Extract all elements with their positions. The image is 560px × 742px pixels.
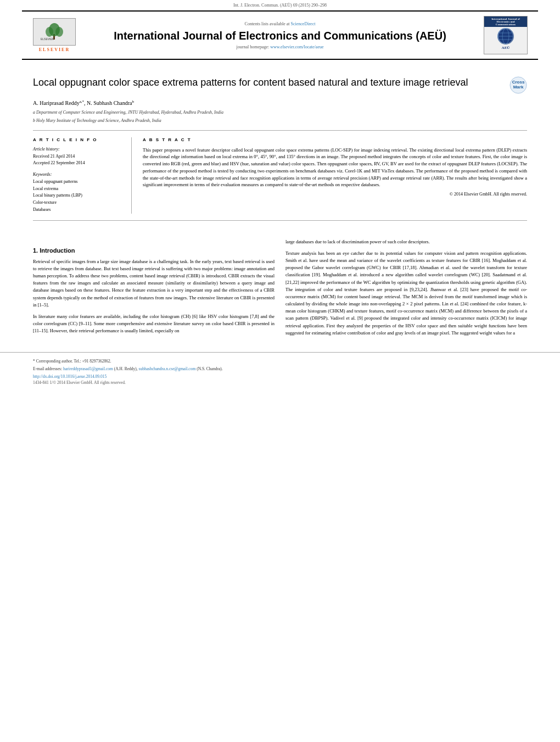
divider-after-affiliations [33, 130, 527, 131]
elsevier-logo: ELSEVIER ELSEVIER [30, 18, 79, 52]
corresponding-author: * Corresponding author. Tel.: +91 829736… [33, 358, 527, 364]
body-content: 1. Introduction Retrieval of specific im… [0, 238, 560, 341]
divider-after-abstract [33, 220, 527, 221]
affiliation-b: b Holy Mary Institute of Technology and … [33, 118, 527, 124]
email-line: E-mail addresses: harireddyprasad1@gmail… [33, 366, 527, 372]
intro-paragraph-2: In literature many color features are av… [33, 313, 275, 335]
journal-main-title: International Journal of Electronics and… [85, 29, 475, 42]
page-wrapper: Int. J. Electron. Commun. (AEÜ) 69 (2015… [0, 0, 560, 742]
svg-text:ELSEVIER: ELSEVIER [41, 37, 54, 41]
doi-link[interactable]: http://dx.doi.org/10.1016/j.aeue.2014.09… [33, 374, 527, 379]
email1-link[interactable]: harireddyprasad1@gmail.com [63, 366, 113, 371]
article-info-column: A R T I C L E I N F O Article history: R… [33, 137, 132, 214]
accepted-date: Accepted 22 September 2014 [33, 160, 123, 166]
keyword-3: Local binary patterns (LBP) [33, 192, 123, 199]
svg-text:Mark: Mark [513, 85, 524, 90]
keywords-label: Keywords: [33, 172, 123, 177]
article-footer: * Corresponding author. Tel.: +91 829736… [0, 352, 560, 391]
email2-link[interactable]: subhashchandra.n.cse@gmail.com [139, 366, 196, 371]
aeu-logo-box: International Journal ofElectronics andC… [484, 16, 528, 54]
body-right-column: large databases due to lack of discrimin… [285, 238, 527, 341]
article-main-title: Local oppugnant color space extrema patt… [33, 76, 504, 89]
abstract-column: A B S T R A C T This paper proposes a no… [143, 137, 527, 214]
body-left-column: 1. Introduction Retrieval of specific im… [33, 238, 275, 341]
right-paragraph-1: large databases due to lack of discrimin… [285, 238, 527, 246]
journal-header: ELSEVIER ELSEVIER Contents lists availab… [22, 10, 538, 60]
keyword-2: Local extrema [33, 186, 123, 193]
keyword-5: Databases [33, 207, 123, 214]
journal-logo-right: International Journal ofElectronics andC… [481, 16, 530, 54]
authors-line: A. Hariprasad Reddya,*, N. Subhash Chand… [33, 99, 527, 106]
info-abstract-columns: A R T I C L E I N F O Article history: R… [33, 137, 527, 214]
svg-point-3 [46, 27, 53, 37]
homepage-link[interactable]: www.elsevier.com/locate/aeue [270, 44, 323, 49]
introduction-heading: 1. Introduction [33, 247, 275, 254]
contents-available: Contents lists available at ScienceDirec… [85, 21, 475, 26]
received-date: Received 21 April 2014 [33, 153, 123, 160]
intro-paragraph-1: Retrieval of specific images from a larg… [33, 258, 275, 309]
article-title-section: Local oppugnant color space extrema patt… [33, 76, 527, 94]
article-info-label: A R T I C L E I N F O [33, 137, 123, 142]
journal-homepage: journal homepage: www.elsevier.com/locat… [85, 44, 475, 49]
copyright-line: © 2014 Elsevier GmbH. All rights reserve… [143, 192, 527, 197]
journal-title-center: Contents lists available at ScienceDirec… [79, 21, 481, 49]
elsevier-label: ELSEVIER [39, 47, 70, 52]
article-history-label: Article history: [33, 147, 123, 152]
svg-text:Cross: Cross [512, 80, 525, 85]
abstract-label: A B S T R A C T [143, 137, 527, 142]
article-content: Local oppugnant color space extrema patt… [0, 60, 560, 238]
affiliation-a: a Department of Computer Science and Eng… [33, 109, 527, 115]
svg-point-4 [55, 27, 63, 37]
abstract-text: This paper proposes a novel feature desc… [143, 147, 527, 189]
elsevier-logo-img: ELSEVIER [33, 18, 76, 46]
crossmark-logo[interactable]: Cross Mark [509, 76, 527, 94]
citation-text: Int. J. Electron. Commun. (AEÜ) 69 (2015… [233, 3, 327, 8]
keyword-1: Local oppugnant patterns [33, 178, 123, 186]
keyword-4: Color-texture [33, 199, 123, 207]
aeu-logo-header: International Journal ofElectronics andC… [484, 16, 527, 27]
body-two-columns: 1. Introduction Retrieval of specific im… [33, 238, 527, 341]
aeu-globe [497, 28, 514, 44]
top-citation: Int. J. Electron. Commun. (AEÜ) 69 (2015… [0, 0, 560, 10]
right-paragraph-2: Texture analysis has been an eye catcher… [285, 250, 527, 337]
issn-text: 1434-841 1/© 2014 Elsevier GmbH. All rig… [33, 380, 527, 385]
sciencedirect-link[interactable]: ScienceDirect [291, 21, 316, 26]
